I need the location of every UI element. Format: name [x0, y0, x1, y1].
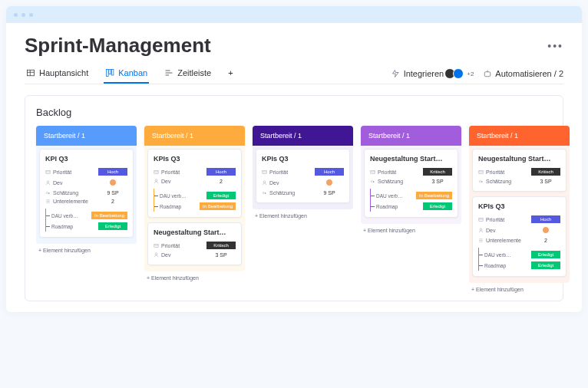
- avatar: [542, 226, 550, 234]
- status-badge: Erledigt: [206, 192, 236, 199]
- kanban-column: Startbereit / 1 Neugestaltung Start…Prio…: [469, 126, 570, 296]
- column-header[interactable]: Startbereit / 1: [469, 126, 570, 146]
- status-badge: In Bearbeitung: [91, 212, 127, 219]
- add-view-button[interactable]: +: [226, 64, 234, 84]
- card-row: PrioritätHoch: [478, 214, 560, 225]
- card-row: Dev: [478, 225, 560, 236]
- column-body: KPI Q3PrioritätHochDev¹2₃Schätzung9 SPUn…: [36, 146, 137, 244]
- add-item-button[interactable]: + Element hinzufügen: [253, 209, 353, 222]
- subitems: DAU verb…ErledigtRoadmapErledigt: [478, 248, 560, 271]
- card-title: Neugestaltung Start…: [478, 155, 560, 163]
- estimate-value: 3 SP: [531, 179, 560, 184]
- dev-value: 3 SP: [206, 252, 236, 258]
- card-row: PrioritätKritisch: [154, 240, 236, 251]
- kanban-icon: [105, 68, 114, 77]
- svg-rect-19: [479, 218, 483, 221]
- kanban-column: Startbereit / 1 KPI Q3PrioritätHochDev¹2…: [36, 126, 137, 257]
- tab-timeline[interactable]: Zeitleiste: [163, 64, 213, 84]
- estimate-value: 3 SP: [423, 179, 452, 184]
- card-row: Dev: [45, 177, 127, 189]
- kanban-card[interactable]: Neugestaltung Start…PrioritätKritischDev…: [147, 222, 242, 265]
- card-title: Neugestaltung Start…: [154, 229, 236, 236]
- card-title: KPIs Q3: [262, 155, 344, 163]
- svg-point-11: [155, 253, 157, 255]
- subitems: DAU verb…In BearbeitungRoadmapErledigt: [45, 209, 127, 232]
- tab-kanban-label: Kanban: [118, 68, 147, 77]
- svg-rect-8: [154, 170, 158, 173]
- subitem-row[interactable]: DAU verb…Erledigt: [154, 190, 236, 201]
- subitem-row[interactable]: RoadmapErledigt: [479, 260, 560, 271]
- card-title: KPIs Q3: [478, 202, 560, 210]
- avatar: [325, 179, 333, 186]
- kanban-card[interactable]: Neugestaltung Start…PrioritätKritisch¹2₃…: [364, 149, 458, 218]
- card-row: PrioritätKritisch: [478, 166, 560, 177]
- column-header[interactable]: Startbereit / 1: [36, 126, 137, 146]
- kanban-board: Backlog Startbereit / 1 KPI Q3PrioritätH…: [25, 95, 563, 301]
- priority-badge: Hoch: [531, 215, 560, 223]
- status-badge: In Bearbeitung: [416, 192, 452, 199]
- status-badge: Erledigt: [531, 261, 560, 269]
- add-item-button[interactable]: + Element hinzufügen: [144, 271, 245, 284]
- subitem-row[interactable]: DAU verb…In Bearbeitung: [46, 210, 127, 221]
- subitems-count: 2: [531, 238, 560, 243]
- integrate-label: Integrieren: [404, 69, 444, 78]
- svg-rect-15: [371, 170, 375, 173]
- column-header[interactable]: Startbereit / 1: [144, 126, 245, 146]
- column-body: KPIs Q3PrioritätHochDev¹2₃Schätzung9 SP: [253, 146, 353, 209]
- column-body: KPIs Q3PrioritätHochDev2DAU verb…Erledig…: [144, 146, 245, 271]
- kanban-card[interactable]: KPI Q3PrioritätHochDev¹2₃Schätzung9 SPUn…: [39, 149, 134, 238]
- page-title: Sprint-Management: [25, 34, 211, 58]
- svg-rect-17: [479, 170, 483, 173]
- add-item-button[interactable]: + Element hinzufügen: [469, 283, 570, 296]
- svg-point-6: [47, 181, 49, 183]
- more-menu[interactable]: •••: [547, 40, 563, 52]
- robot-icon: [483, 69, 492, 78]
- integrate-icon: [391, 69, 401, 78]
- automate-label: Automatisieren / 2: [495, 69, 563, 78]
- subitem-row[interactable]: RoadmapErledigt: [371, 201, 452, 212]
- subitem-row[interactable]: RoadmapIn Bearbeitung: [154, 201, 236, 212]
- kanban-card[interactable]: KPIs Q3PrioritätHochDevUnterelemente2DAU…: [472, 196, 567, 277]
- column-body: Neugestaltung Start…PrioritätKritisch¹2₃…: [361, 146, 461, 224]
- tab-main[interactable]: Hauptansicht: [25, 64, 90, 84]
- estimate-value: 9 SP: [315, 190, 344, 196]
- kanban-column: Startbereit / 1 KPIs Q3PrioritätHochDev¹…: [253, 126, 353, 222]
- automate-button[interactable]: Automatisieren / 2: [483, 69, 563, 78]
- svg-point-9: [155, 179, 157, 182]
- svg-rect-3: [111, 70, 114, 76]
- estimate-value: 9 SP: [98, 190, 127, 196]
- integrate-button[interactable]: Integrieren +2: [391, 68, 474, 79]
- dev-value: 2: [206, 179, 236, 184]
- tab-kanban[interactable]: Kanban: [104, 64, 149, 84]
- svg-text:¹2₃: ¹2₃: [45, 192, 49, 195]
- avatar: [109, 179, 117, 186]
- svg-point-13: [263, 181, 266, 183]
- column-header[interactable]: Startbereit / 1: [361, 126, 461, 146]
- board-title: Backlog: [36, 107, 552, 118]
- subitems-count: 2: [98, 199, 127, 204]
- kanban-card[interactable]: KPIs Q3PrioritätHochDev2DAU verb…Erledig…: [147, 149, 242, 218]
- svg-rect-10: [154, 244, 158, 247]
- app-window: Sprint-Management ••• Hauptansicht Kanba…: [6, 6, 582, 312]
- svg-rect-1: [107, 70, 109, 77]
- card-row: Dev2: [154, 177, 236, 186]
- subitem-row[interactable]: RoadmapErledigt: [46, 221, 127, 232]
- tab-main-label: Hauptansicht: [39, 68, 88, 77]
- svg-rect-2: [109, 70, 111, 74]
- status-badge: Erledigt: [531, 251, 560, 258]
- add-item-button[interactable]: + Element hinzufügen: [361, 224, 461, 237]
- card-row: PrioritätKritisch: [370, 166, 452, 177]
- card-row: ¹2₃Schätzung9 SP: [45, 189, 127, 197]
- add-item-button[interactable]: + Element hinzufügen: [36, 244, 137, 257]
- kanban-card[interactable]: Neugestaltung Start…PrioritätKritisch¹2₃…: [472, 149, 567, 192]
- subitem-row[interactable]: DAU verb…In Bearbeitung: [371, 190, 452, 201]
- card-row: ¹2₃Schätzung3 SP: [370, 177, 452, 186]
- integration-avatars: [447, 68, 464, 79]
- column-header[interactable]: Startbereit / 1: [253, 126, 353, 146]
- subitems: DAU verb…In BearbeitungRoadmapErledigt: [370, 189, 452, 212]
- priority-badge: Kritisch: [423, 168, 452, 176]
- status-badge: Erledigt: [423, 202, 452, 210]
- subitem-row[interactable]: DAU verb…Erledigt: [479, 249, 560, 260]
- kanban-column: Startbereit / 1 Neugestaltung Start…Prio…: [361, 126, 461, 237]
- kanban-card[interactable]: KPIs Q3PrioritätHochDev¹2₃Schätzung9 SP: [256, 149, 350, 203]
